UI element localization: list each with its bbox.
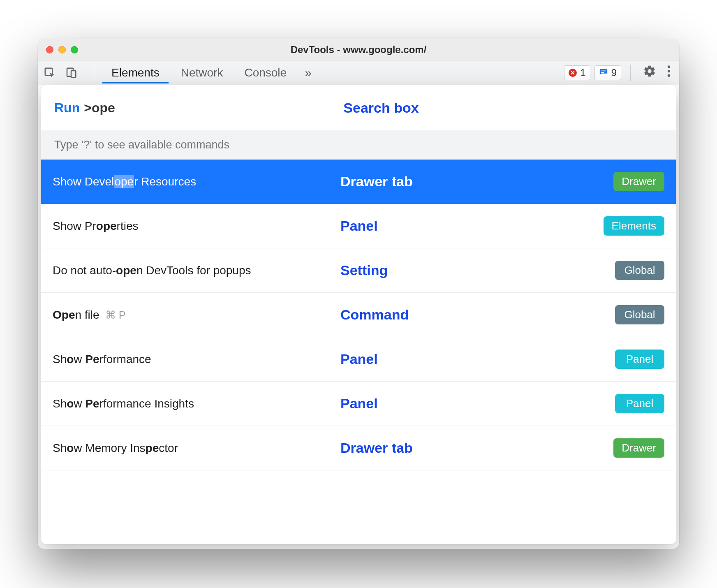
error-count: 1 <box>580 67 585 79</box>
command-hint: Type '?' to see available commands <box>41 130 676 160</box>
message-icon <box>599 68 608 77</box>
command-type-annotation: Panel <box>340 351 615 367</box>
command-item-text: Show Performance <box>53 353 340 366</box>
command-item-text: Do not auto-open DevTools for popups <box>53 264 340 277</box>
command-type-annotation: Drawer tab <box>340 174 613 190</box>
command-item[interactable]: Show Performance InsightsPanelPanel <box>41 382 676 426</box>
command-item-text: Show Performance Insights <box>53 397 340 410</box>
error-icon: ✕ <box>569 69 577 77</box>
more-options-icon[interactable] <box>664 65 674 81</box>
command-type-annotation: Setting <box>340 262 615 278</box>
message-count: 9 <box>611 67 617 79</box>
svg-rect-2 <box>71 71 76 77</box>
command-shortcut: ⌘ P <box>105 309 126 322</box>
svg-rect-3 <box>601 70 606 71</box>
command-item-text: Show Memory Inspector <box>53 442 340 455</box>
device-toggle-icon[interactable] <box>64 66 78 80</box>
command-item[interactable]: Do not auto-open DevTools for popupsSett… <box>41 248 676 293</box>
svg-point-6 <box>668 70 670 72</box>
command-item[interactable]: Open file⌘ PCommandGlobal <box>41 293 676 337</box>
tab-console[interactable]: Console <box>235 62 296 83</box>
svg-point-7 <box>668 74 670 76</box>
command-type-annotation: Drawer tab <box>340 440 613 456</box>
settings-icon[interactable] <box>640 65 659 81</box>
devtools-window: DevTools - www.google.com/ <box>38 39 679 549</box>
inspect-element-icon[interactable] <box>43 66 57 80</box>
devtools-toolbar: Elements Network Console » ✕ 1 9 <box>38 60 679 85</box>
more-tabs-icon[interactable]: » <box>299 66 317 80</box>
command-tag: Global <box>615 305 664 324</box>
separator <box>94 65 94 81</box>
command-type-annotation: Command <box>340 307 615 323</box>
command-list: Show Developer ResourcesDrawer tabDrawer… <box>41 160 676 544</box>
command-type-annotation: Panel <box>340 218 604 234</box>
minimize-window-button[interactable] <box>58 46 66 53</box>
command-item-text: Show Properties <box>53 220 340 233</box>
command-tag: Elements <box>604 216 664 236</box>
command-type-annotation: Panel <box>340 396 615 412</box>
command-tag: Drawer <box>613 172 664 191</box>
command-item[interactable]: Show PerformancePanelPanel <box>41 337 676 382</box>
svg-point-5 <box>668 65 670 68</box>
close-window-button[interactable] <box>46 46 53 53</box>
command-item-text: Show Developer Resources <box>53 175 340 188</box>
command-tag: Global <box>615 261 664 280</box>
input-prefix: > <box>84 100 92 116</box>
command-search-row: Run > Search box <box>41 85 676 130</box>
run-prefix: Run <box>54 100 80 116</box>
window-controls <box>46 46 78 53</box>
tab-elements[interactable]: Elements <box>102 62 169 83</box>
separator <box>630 65 631 81</box>
command-tag: Drawer <box>613 438 664 458</box>
command-item[interactable]: Show Memory InspectorDrawer tabDrawer <box>41 426 676 470</box>
svg-rect-4 <box>601 72 604 73</box>
tab-network[interactable]: Network <box>172 62 232 83</box>
command-item[interactable]: Show Developer ResourcesDrawer tabDrawer <box>41 160 676 204</box>
command-menu: Run > Search box Type '?' to see availab… <box>41 85 676 544</box>
command-item[interactable]: Show PropertiesPanelElements <box>41 204 676 248</box>
messages-badge[interactable]: 9 <box>594 65 621 80</box>
command-tag: Panel <box>615 350 664 369</box>
annotation-searchbox: Search box <box>343 100 419 116</box>
errors-badge[interactable]: ✕ 1 <box>564 65 590 80</box>
titlebar: DevTools - www.google.com/ <box>38 39 679 60</box>
command-item-text: Open file⌘ P <box>53 308 340 322</box>
command-tag: Panel <box>615 394 664 413</box>
window-title: DevTools - www.google.com/ <box>38 44 679 56</box>
command-search-input[interactable] <box>92 100 215 116</box>
maximize-window-button[interactable] <box>71 46 78 53</box>
